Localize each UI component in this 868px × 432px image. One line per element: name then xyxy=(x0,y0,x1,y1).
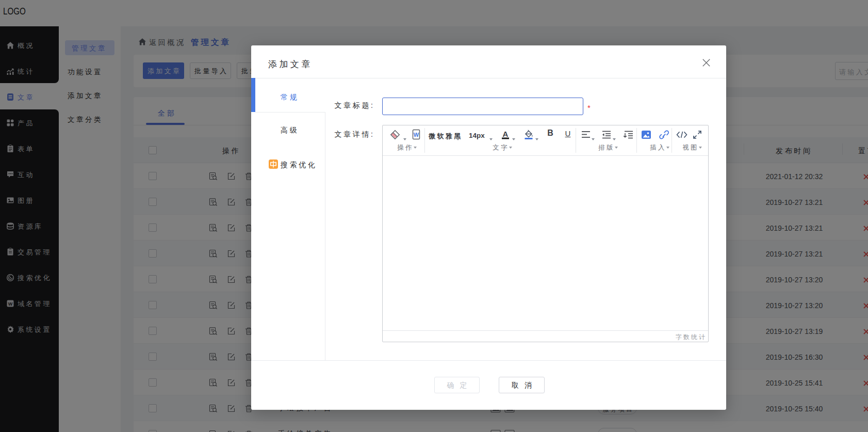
svg-text:W: W xyxy=(414,132,419,138)
svg-text:A: A xyxy=(503,130,509,138)
